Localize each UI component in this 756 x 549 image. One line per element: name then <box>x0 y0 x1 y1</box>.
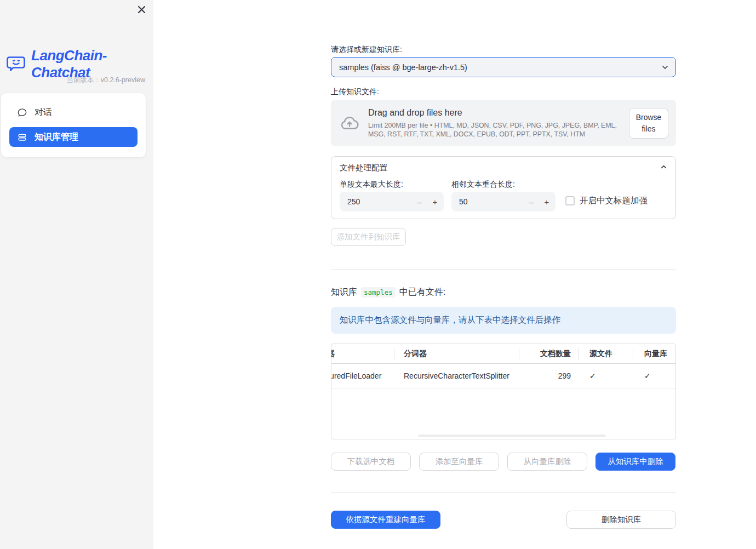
cell-vector-check: ✓ <box>633 364 675 388</box>
table-header-loader[interactable]: 文档加载器 <box>331 344 394 363</box>
plus-stepper-button[interactable]: + <box>427 192 443 211</box>
add-to-vector-store-button[interactable]: 添加至向量库 <box>419 453 499 471</box>
chunk-size-input[interactable]: 250 – + <box>340 192 444 211</box>
dropzone-text: Drag and drop files here Limit 200MB per… <box>368 108 630 139</box>
zh-title-enhance-row: 开启中文标题加强 <box>565 195 648 207</box>
knowledge-base-icon <box>17 132 27 142</box>
kb-files-suffix: 中已有文件: <box>399 287 445 298</box>
minus-stepper-button[interactable]: – <box>524 192 539 211</box>
version-value: v0.2.6-preview <box>101 76 145 84</box>
info-alert-text: 知识库中包含源文件与向量库，请从下表中选择文件后操作 <box>340 314 560 326</box>
delete-knowledge-base-button[interactable]: 删除知识库 <box>566 511 676 529</box>
delete-from-vector-store-button[interactable]: 从向量库删除 <box>507 453 587 471</box>
zh-title-enhance-checkbox[interactable] <box>565 196 575 205</box>
table-header-splitter[interactable]: 分词器 <box>394 344 519 363</box>
upload-label: 上传知识文件: <box>331 87 379 97</box>
table-horizontal-scrollbar[interactable] <box>418 434 606 437</box>
table-header-vector-store[interactable]: 向量库 <box>633 344 675 363</box>
divider <box>331 269 676 270</box>
file-dropzone[interactable]: Drag and drop files here Limit 200MB per… <box>331 100 676 146</box>
chevron-down-icon <box>661 63 669 72</box>
file-config-expander: 文件处理配置 单段文本最大长度: 相邻文本重合长度: 250 – + 50 – … <box>331 156 676 219</box>
kb-files-heading: 知识库 samples 中已有文件: <box>331 287 445 298</box>
delete-from-kb-button[interactable]: 从知识库中删除 <box>595 453 675 471</box>
cell-splitter: RecursiveCharacterTextSplitter <box>394 364 519 388</box>
table-header-row: 文档加载器 分词器 文档数量 源文件 向量库 <box>331 344 675 364</box>
main-content: 请选择或新建知识库: samples (faiss @ bge-large-zh… <box>331 0 676 549</box>
close-sidebar-button[interactable] <box>136 4 147 15</box>
sidebar-menu: 对话 知识库管理 <box>1 93 146 157</box>
overlap-size-label: 相邻文本重合长度: <box>451 180 515 190</box>
chevron-up-icon[interactable] <box>660 163 668 171</box>
divider <box>331 492 676 493</box>
version-label: 当前版本： <box>66 76 101 84</box>
chunk-size-value: 250 <box>347 197 360 206</box>
overlap-size-input[interactable]: 50 – + <box>451 192 555 211</box>
sidebar: LangChain-Chatchat 当前版本：v0.2.6-preview 对… <box>0 0 153 549</box>
cell-loader: UnstructuredFileLoader <box>331 364 394 388</box>
overlap-size-value: 50 <box>459 197 468 206</box>
table-header-doc-count[interactable]: 文档数量 <box>519 344 578 363</box>
zh-title-enhance-label: 开启中文标题加强 <box>580 195 648 207</box>
sidebar-item-dialogue[interactable]: 对话 <box>9 102 138 122</box>
table-row[interactable]: UnstructuredFileLoader RecursiveCharacte… <box>331 364 675 388</box>
add-files-to-kb-button[interactable]: 添加文件到知识库 <box>331 228 406 246</box>
chunk-size-label: 单段文本最大长度: <box>340 180 403 190</box>
dropzone-hint: Limit 200MB per file • HTML, MD, JSON, C… <box>368 121 630 139</box>
minus-stepper-button[interactable]: – <box>412 192 427 211</box>
table-header-source-file[interactable]: 源文件 <box>578 344 633 363</box>
kb-select-label: 请选择或新建知识库: <box>331 45 402 55</box>
kb-select[interactable]: samples (faiss @ bge-large-zh-v1.5) <box>331 57 676 77</box>
cell-doc-count: 299 <box>519 364 578 388</box>
version-info: 当前版本：v0.2.6-preview <box>66 76 145 85</box>
sidebar-item-label: 对话 <box>35 107 52 118</box>
kb-select-value: samples (faiss @ bge-large-zh-v1.5) <box>339 63 467 72</box>
chat-smiley-logo-icon <box>7 55 26 73</box>
info-alert: 知识库中包含源文件与向量库，请从下表中选择文件后操作 <box>331 307 676 334</box>
chat-bubble-icon <box>17 107 27 118</box>
rebuild-vector-store-button[interactable]: 依据源文件重建向量库 <box>331 511 440 529</box>
files-table: 文档加载器 分词器 文档数量 源文件 向量库 UnstructuredFileL… <box>331 344 676 439</box>
dropzone-title: Drag and drop files here <box>368 108 630 118</box>
app-root: LangChain-Chatchat 当前版本：v0.2.6-preview 对… <box>0 0 756 549</box>
sidebar-item-knowledge-base[interactable]: 知识库管理 <box>9 127 138 147</box>
kb-files-prefix: 知识库 <box>331 287 357 298</box>
expander-title[interactable]: 文件处理配置 <box>340 163 387 173</box>
plus-stepper-button[interactable]: + <box>539 192 554 211</box>
browse-files-button[interactable]: Browse files <box>629 108 668 139</box>
download-selected-button[interactable]: 下载选中文档 <box>331 453 411 471</box>
kb-name-code: samples <box>361 287 396 298</box>
cell-source-check: ✓ <box>578 364 633 388</box>
sidebar-item-label: 知识库管理 <box>35 131 78 143</box>
close-icon <box>138 5 146 14</box>
cloud-upload-icon <box>340 113 359 133</box>
